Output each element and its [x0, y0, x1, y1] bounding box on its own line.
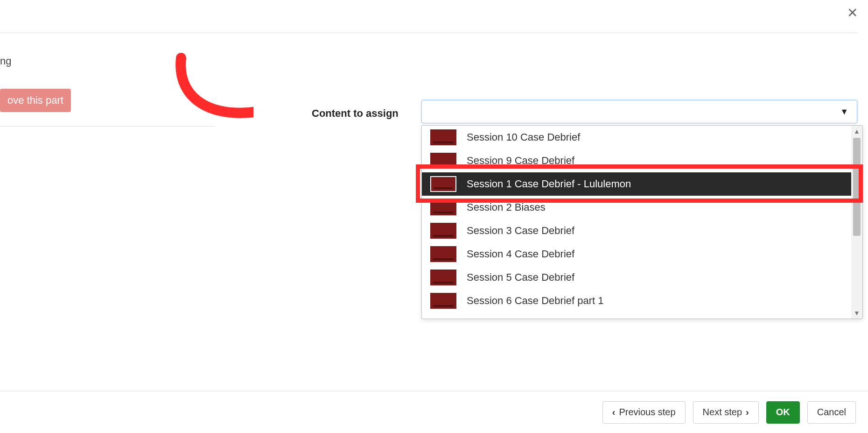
next-step-button[interactable]: Next step ›	[693, 401, 759, 424]
dropdown-item-label: Session 6 Case Debrief part 1	[467, 295, 604, 307]
close-icon[interactable]: ✕	[847, 7, 858, 20]
dropdown-item-label: Session 2 Biases	[467, 201, 546, 213]
dropdown-item[interactable]: Session 2 Biases	[422, 196, 851, 219]
divider	[0, 126, 215, 127]
remove-part-button[interactable]: ove this part	[0, 89, 71, 112]
content-dropdown: Session 10 Case DebriefSession 9 Case De…	[421, 125, 863, 319]
chevron-right-icon: ›	[746, 407, 749, 418]
scrollbar[interactable]: ▲ ▼	[851, 126, 862, 319]
dropdown-item-label: Session 9 Case Debrief	[467, 155, 574, 167]
dropdown-item[interactable]: Session 1 Case Debrief - Lululemon	[422, 172, 851, 196]
dropdown-list: Session 10 Case DebriefSession 9 Case De…	[422, 126, 851, 319]
thumbnail-icon	[430, 129, 456, 145]
cropped-text: ng	[0, 55, 11, 67]
button-label: Next step	[703, 407, 742, 418]
divider	[0, 33, 858, 33]
dropdown-item-label: Session 5 Case Debrief	[467, 271, 574, 284]
thumbnail-icon	[430, 293, 456, 309]
chevron-down-icon: ▼	[840, 107, 848, 117]
dropdown-item[interactable]: Session 9 Case Debrief	[422, 149, 851, 172]
thumbnail-icon	[430, 153, 456, 169]
thumbnail-icon	[430, 246, 456, 262]
dropdown-item-label: Session 1 Case Debrief - Lululemon	[467, 178, 631, 190]
dropdown-item[interactable]: Session 4 Case Debrief	[422, 242, 851, 266]
dropdown-item-label: Session 3 Case Debrief	[467, 225, 574, 237]
dropdown-item-label: Session 10 Case Debrief	[467, 131, 580, 143]
dropdown-item[interactable]: Session 10 Case Debrief	[422, 126, 851, 149]
scroll-down-icon[interactable]: ▼	[851, 307, 862, 319]
dropdown-item[interactable]: Session 3 Case Debrief	[422, 219, 851, 242]
thumbnail-icon	[430, 270, 456, 285]
scroll-up-icon[interactable]: ▲	[851, 126, 862, 137]
footer: ‹ Previous step Next step › OK Cancel	[0, 391, 868, 433]
dropdown-item-label: Session 4 Case Debrief	[467, 248, 574, 260]
thumbnail-icon	[430, 223, 456, 239]
thumbnail-icon	[430, 176, 456, 192]
field-label-content-to-assign: Content to assign	[312, 107, 399, 120]
dropdown-item[interactable]: Session 6 Case Debrief part 1	[422, 289, 851, 312]
content-to-assign-select[interactable]: ▼	[421, 100, 857, 123]
cancel-button[interactable]: Cancel	[807, 401, 856, 424]
ok-button[interactable]: OK	[766, 401, 800, 424]
dropdown-item[interactable]: Session 5 Case Debrief	[422, 266, 851, 289]
content-panel: Content to assign ▼ Session 10 Case Debr…	[253, 86, 855, 383]
button-label: Previous step	[619, 407, 675, 418]
previous-step-button[interactable]: ‹ Previous step	[602, 401, 686, 424]
thumbnail-icon	[430, 199, 456, 215]
scroll-thumb[interactable]	[853, 138, 861, 236]
chevron-left-icon: ‹	[612, 407, 616, 418]
